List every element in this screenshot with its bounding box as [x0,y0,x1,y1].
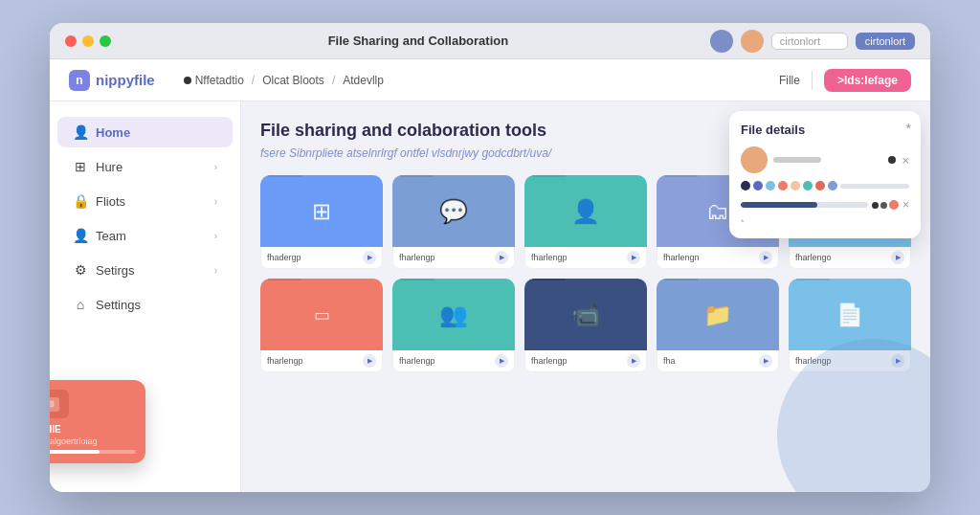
folder-play-3[interactable]: ▶ [627,251,640,264]
sidebar-item-hure[interactable]: ⊞ Hure › [57,151,233,182]
logo: n nippyfile [69,70,155,91]
folder-play-4[interactable]: ▶ [759,251,772,264]
color-dot-7[interactable] [815,181,825,190]
folder-footer-9: fha ▶ [657,350,779,372]
floating-label: FASIIE [50,424,136,435]
panel-line-right [840,184,909,189]
folder-body-7: 👥 [392,279,515,350]
color-dot-2[interactable] [753,181,763,190]
file-card-1[interactable]: ⊞ fhadergp ▶ [260,175,383,269]
breadcrumb-3[interactable]: Atdevllp [343,74,384,87]
color-dot-4[interactable] [778,181,788,190]
folder-name-9: fha [663,356,759,366]
panel-user-row: × [741,146,909,173]
folder-play-7[interactable]: ▶ [495,354,508,368]
navbar-divider [812,71,813,90]
breadcrumb-sep-2: / [332,74,335,87]
floating-progress-bar [50,450,136,454]
folder-body-6: ▭ [260,279,383,350]
panel-x-btn[interactable]: × [902,153,909,168]
folder-footer-8: fharlengp ▶ [524,350,647,372]
file-label: Fille [779,74,800,87]
folder-body-2: 💬 [392,175,515,247]
folder-name-5: fharlengo [795,253,891,262]
folder-name-8: fharlengp [531,356,627,366]
color-dot-8[interactable] [828,181,837,190]
folder-play-5[interactable]: ▶ [891,251,904,264]
folder-footer-5: fharlengo ▶ [789,247,911,269]
color-dot-6[interactable] [803,181,813,190]
folder-play-1[interactable]: ▶ [363,251,376,264]
close-dot[interactable] [65,35,77,47]
maximize-dot[interactable] [100,35,111,47]
sidebar-item-home-left: 👤 Home [73,124,130,140]
titlebar-search[interactable] [771,33,848,50]
folder-icon-8: 📹 [571,302,600,328]
sidebar-item-setirgs[interactable]: ⚙ Setirgs › [57,255,233,285]
sidebar-label-fliots: Fliots [96,194,125,209]
minimize-dot[interactable] [82,35,94,47]
folder-name-6: fharlengp [267,356,363,366]
panel-x-btn2[interactable]: × [902,198,909,212]
file-card-2[interactable]: 💬 fharlengp ▶ [392,175,515,269]
sidebar-label-home: Home [96,125,130,140]
folder-tab-9 [664,279,698,280]
logo-icon: n [69,70,90,91]
sidebar-item-settings[interactable]: ⌂ Settings [57,289,233,320]
navbar-right: Fille >Ids:lefage [779,69,911,92]
folder-play-8[interactable]: ▶ [627,354,640,368]
folder-icon-3: 👤 [571,198,600,225]
sidebar-item-home[interactable]: 👤 Home [57,117,233,147]
folder-footer-3: fharlengp ▶ [524,247,647,269]
color-dot-3[interactable] [766,181,775,190]
titlebar-action-btn[interactable]: cirtonlort [856,33,915,50]
folder-play-6[interactable]: ▶ [363,354,376,368]
folder-footer-7: fharlengp ▶ [392,350,515,372]
file-card-8[interactable]: 📹 fharlengp ▶ [524,279,647,372]
progress-dots [872,200,899,210]
file-card-3[interactable]: 👤 fharlengp ▶ [524,175,647,269]
panel-progress-row: × [741,198,909,212]
breadcrumb-3-label: Atdevllp [343,74,384,87]
sidebar-item-fliots[interactable]: 🔒 Fliots › [57,186,233,216]
panel-close-btn[interactable]: * [906,121,911,136]
color-dot-5[interactable] [791,181,800,190]
sidebar-item-team[interactable]: 👤 Team › [57,220,233,251]
window-title: File Sharing and Collaboration [126,34,710,48]
panel-title: File details [741,123,909,137]
floating-sublabel: ftendalgoertrloiag [50,437,136,446]
sidebar-label-hure: Hure [96,160,122,174]
folder-icon-7: 👥 [439,302,468,328]
folder-name-3: fharlengp [531,253,627,262]
folder-play-9[interactable]: ▶ [759,354,772,368]
file-card-7[interactable]: 👥 fharlengp ▶ [392,279,515,372]
breadcrumbs: Nffetadtio / Olcat Bloots / Atdevllp [184,74,760,87]
sidebar-item-team-left: 👤 Team [73,228,126,243]
progress-dot-1 [872,202,879,209]
folder-tab-4 [664,175,698,177]
folder-icon-9: 📁 [703,302,732,328]
file-details-panel: File details * × [729,111,921,238]
file-card-6[interactable]: ▭ fharlengp ▶ [260,279,383,372]
breadcrumb-2[interactable]: Olcat Bloots [262,74,324,87]
folder-name-7: fharlengp [399,356,495,366]
folder-body-8: 📹 [524,279,647,350]
titlebar-avatar1 [710,30,733,53]
sidebar-item-setirgs-left: ⚙ Setirgs [73,262,134,278]
folder-name-2: fharlengp [399,253,495,262]
sidebar-item-fliots-left: 🔒 Fliots [73,193,125,209]
titlebar-avatar2 [741,30,764,53]
folder-icon-10: 📄 [835,302,864,328]
breadcrumb-dot [184,77,191,84]
breadcrumb-1[interactable]: Nffetadtio [184,74,244,87]
file-card-9[interactable]: 📁 fha ▶ [657,279,779,372]
panel-dot [888,156,896,164]
folder-icon-6: ▭ [314,304,330,325]
upgrade-button[interactable]: >Ids:lefage [824,69,911,92]
folder-tab-10 [796,279,830,280]
folder-tab-3 [532,175,566,177]
color-dot-1[interactable] [741,181,750,190]
folder-name-1: fhadergp [267,253,363,262]
progress-dot-orange [889,200,899,210]
folder-play-2[interactable]: ▶ [495,251,508,264]
